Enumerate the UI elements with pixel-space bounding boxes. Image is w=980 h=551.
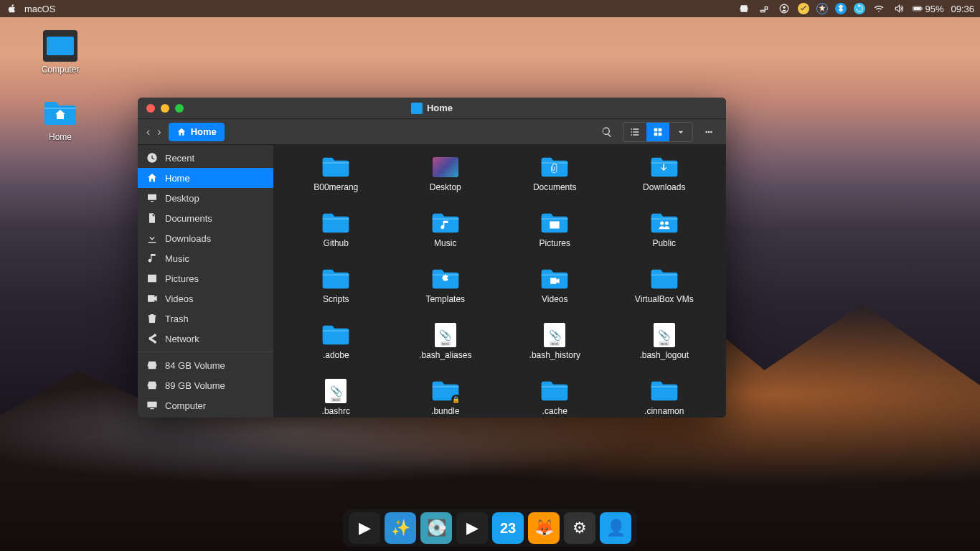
folder-icon — [650, 211, 679, 235]
clock[interactable]: 09:36 — [951, 4, 974, 14]
grid-item-downloads[interactable]: Downloads — [610, 155, 720, 209]
svg-rect-4 — [914, 7, 921, 10]
tray-user-icon[interactable] — [778, 2, 791, 15]
svg-point-5 — [660, 222, 664, 225]
grid-item-public[interactable]: Public — [610, 211, 720, 265]
tray-wifi-icon[interactable] — [872, 2, 885, 15]
drive-icon — [146, 380, 158, 391]
maximize-button[interactable] — [175, 104, 184, 113]
sidebar-item-recent[interactable]: Recent — [138, 148, 273, 168]
folder-icon — [650, 379, 679, 403]
desktop-icon-computer[interactable]: Computer — [29, 30, 92, 75]
desktop-icon-home[interactable]: Home — [29, 98, 92, 142]
sidebar-item-home[interactable]: Home — [138, 168, 273, 188]
view-options-button[interactable] — [669, 123, 692, 141]
view-list-button[interactable] — [623, 123, 646, 141]
sidebar-item-documents[interactable]: Documents — [138, 208, 273, 228]
nav-forward-button[interactable]: › — [157, 126, 161, 138]
dock-item-firefox[interactable]: 🦊 — [528, 512, 560, 544]
top-menubar: macOS 95% 09:36 — [0, 0, 980, 17]
grid-item-b00merang[interactable]: B00merang — [281, 155, 391, 209]
grid-item-label: .bash_aliases — [419, 350, 471, 360]
folder-icon — [411, 103, 423, 114]
folder-icon — [321, 267, 350, 291]
tray-window-icon[interactable] — [758, 2, 771, 15]
tray-bluetooth-icon[interactable] — [835, 3, 847, 14]
sidebar-item-pictures[interactable]: Pictures — [138, 268, 273, 288]
dock-item-calendar[interactable]: 23 — [492, 512, 524, 544]
grid-item-bash_logout[interactable]: 📎.bash_logout — [610, 323, 720, 377]
lock-badge-icon: 🔒 — [451, 395, 461, 405]
text-file-icon: 📎 — [325, 379, 347, 403]
sidebar-item-label: Network — [165, 334, 199, 344]
apple-menu-icon[interactable] — [6, 2, 19, 15]
grid-item-label: Desktop — [430, 182, 461, 192]
sidebar-item-videos[interactable]: Videos — [138, 288, 273, 309]
grid-item-github[interactable]: Github — [281, 211, 391, 265]
app-menu-label[interactable]: macOS — [24, 4, 55, 14]
grid-item-label: Pictures — [540, 238, 570, 248]
folder-icon — [321, 155, 350, 179]
minimize-button[interactable] — [161, 104, 169, 113]
grid-item-bash_history[interactable]: 📎.bash_history — [500, 323, 610, 377]
window-title: Home — [411, 103, 453, 114]
view-switcher — [623, 122, 693, 142]
dock-item-media-player-2[interactable]: ▶ — [456, 512, 488, 544]
sidebar-item-84-gb-volume[interactable]: 84 GB Volume — [138, 355, 273, 375]
grid-item-bash_aliases[interactable]: 📎.bash_aliases — [391, 323, 501, 377]
dock-item-settings[interactable]: ⚙ — [564, 512, 595, 544]
location-home-chip[interactable]: Home — [169, 123, 225, 141]
nav-back-button[interactable]: ‹ — [146, 126, 150, 138]
grid-item-scripts[interactable]: Scripts — [281, 267, 391, 321]
dock-item-people-app[interactable]: 👤 — [600, 512, 631, 544]
sidebar-item-computer[interactable]: Computer — [138, 395, 273, 415]
tray-volume-icon[interactable] — [892, 2, 905, 15]
titlebar[interactable]: Home — [138, 98, 726, 119]
sidebar-item-label: 84 GB Volume — [165, 360, 225, 371]
grid-item-label: .adobe — [323, 350, 349, 360]
tray-sync-icon[interactable] — [854, 3, 865, 14]
tray-shield-icon[interactable] — [798, 3, 809, 14]
sidebar-item-network[interactable]: Network — [138, 329, 273, 349]
sidebar-item-music[interactable]: Music — [138, 248, 273, 268]
grid-item-cache[interactable]: .cache — [500, 379, 610, 418]
dock-item-media-player-1[interactable]: ▶ — [349, 512, 380, 544]
tray-battery[interactable]: 95% — [913, 2, 943, 15]
grid-item-label: .bashrc — [322, 406, 350, 416]
svg-point-1 — [783, 6, 786, 9]
grid-item-pictures[interactable]: Pictures — [500, 211, 610, 265]
folder-icon — [321, 323, 350, 347]
grid-item-virtualbox-vms[interactable]: VirtualBox VMs — [610, 267, 720, 321]
sidebar-item-89-gb-volume[interactable]: 89 GB Volume — [138, 375, 273, 395]
more-menu-button[interactable] — [697, 123, 720, 141]
grid-item-adobe[interactable]: .adobe — [281, 323, 391, 377]
text-file-icon: 📎 — [435, 323, 456, 347]
grid-item-label: Github — [324, 238, 349, 248]
grid-item-videos[interactable]: Videos — [500, 267, 610, 321]
folder-icon — [431, 267, 460, 291]
dock-item-disk-utility[interactable]: 💽 — [420, 512, 452, 544]
grid-item-label: VirtualBox VMs — [635, 294, 694, 304]
grid-item-documents[interactable]: Documents — [500, 155, 610, 209]
grid-item-music[interactable]: Music — [391, 211, 501, 265]
folder-icon — [650, 155, 679, 179]
download-icon — [146, 232, 158, 244]
tray-appstore-icon[interactable] — [816, 3, 828, 14]
grid-item-bashrc[interactable]: 📎.bashrc — [281, 379, 391, 418]
grid-item-templates[interactable]: Templates — [391, 267, 501, 321]
sidebar-item-desktop[interactable]: Desktop — [138, 188, 273, 208]
video-icon — [146, 293, 158, 304]
grid-item-bundle[interactable]: 🔒.bundle — [391, 379, 501, 418]
close-button[interactable] — [146, 104, 155, 113]
sidebar-item-trash[interactable]: Trash — [138, 309, 273, 329]
search-button[interactable] — [595, 123, 618, 141]
tray-drive-icon[interactable] — [738, 2, 750, 15]
dock-item-wizard-app[interactable]: ✨ — [385, 512, 416, 544]
sidebar-item-downloads[interactable]: Downloads — [138, 228, 273, 248]
grid-item-label: .cache — [542, 406, 567, 416]
document-icon — [146, 212, 158, 224]
sidebar-item-label: 89 GB Volume — [165, 380, 225, 391]
grid-item-cinnamon[interactable]: .cinnamon — [610, 379, 720, 418]
view-grid-button[interactable] — [646, 123, 669, 141]
grid-item-desktop[interactable]: Desktop — [391, 155, 501, 209]
